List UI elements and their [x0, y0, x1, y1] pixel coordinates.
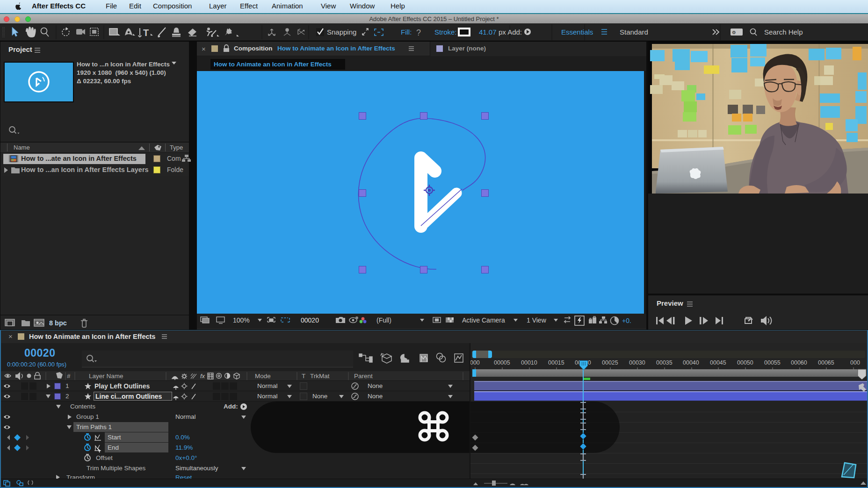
- svg-text:Parent: Parent: [354, 373, 373, 380]
- svg-text:00045: 00045: [710, 359, 726, 366]
- svg-text:1 View: 1 View: [527, 316, 547, 324]
- svg-text:8 bpc: 8 bpc: [49, 319, 67, 327]
- svg-text:00050: 00050: [737, 359, 753, 366]
- svg-text:00020: 00020: [301, 316, 319, 324]
- svg-text:Essentials: Essentials: [561, 28, 593, 36]
- svg-text:Mode: Mode: [255, 373, 271, 380]
- svg-text:+0.: +0.: [622, 317, 631, 324]
- svg-text:T: T: [302, 373, 305, 380]
- svg-text:Fill:: Fill:: [401, 28, 412, 36]
- svg-text:Standard: Standard: [620, 28, 648, 36]
- svg-text:#: #: [67, 373, 71, 380]
- svg-text:00015: 00015: [548, 359, 564, 366]
- svg-text:000: 000: [850, 359, 860, 366]
- svg-text:Snapping: Snapping: [327, 28, 356, 36]
- svg-text:00060: 00060: [791, 359, 807, 366]
- svg-text:41.07: 41.07: [479, 28, 497, 36]
- svg-text:00055: 00055: [764, 359, 781, 366]
- svg-text:0000: 0000: [470, 359, 480, 366]
- svg-text:fx: fx: [200, 373, 205, 380]
- svg-text:?: ?: [416, 28, 421, 37]
- svg-text:00040: 00040: [683, 359, 699, 366]
- svg-text:Active Camera: Active Camera: [462, 316, 505, 324]
- svg-text:00065: 00065: [818, 359, 834, 366]
- svg-text:00005: 00005: [494, 359, 510, 366]
- svg-text:00010: 00010: [521, 359, 537, 366]
- svg-text:00030: 00030: [629, 359, 645, 366]
- svg-text:Layer Name: Layer Name: [89, 373, 123, 380]
- svg-text:00025: 00025: [602, 359, 618, 366]
- svg-text:Search Help: Search Help: [764, 28, 803, 36]
- svg-text:100%: 100%: [233, 316, 250, 324]
- svg-text:00035: 00035: [656, 359, 673, 366]
- svg-text:TrkMat: TrkMat: [310, 373, 330, 380]
- svg-text:Stroke:: Stroke:: [434, 28, 457, 36]
- svg-text:px Add:: px Add:: [499, 28, 522, 36]
- svg-text:T: T: [143, 28, 149, 38]
- svg-text:(Full): (Full): [376, 316, 391, 324]
- svg-text:⚙: ⚙: [732, 30, 736, 35]
